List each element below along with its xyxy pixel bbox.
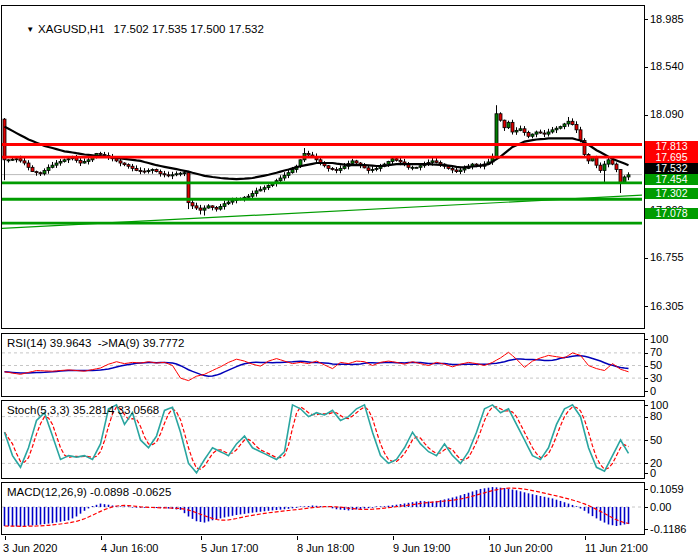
macd-tick-label: -0.1186: [650, 524, 687, 535]
time-axis-tick: [297, 536, 298, 540]
time-axis-tick: [5, 536, 6, 540]
time-axis-tick: [489, 536, 490, 540]
time-axis-tick: [585, 536, 586, 540]
price-level-badge: 17.078: [645, 208, 698, 219]
time-axis-label: 11 Jun 21:00: [585, 543, 648, 554]
price-tick-label: 18.985: [650, 14, 684, 25]
stochastic-panel: Stoch(5,3,3) 35.2814 33.0568: [1, 400, 645, 479]
price-level-badge: 17.695: [645, 152, 698, 163]
price-tick-label: 16.755: [650, 252, 684, 263]
price-tick-label: 17.200: [650, 205, 684, 216]
time-axis-tick: [101, 536, 102, 540]
price-tick-label: 16.305: [650, 301, 684, 312]
time-axis-tick: [201, 536, 202, 540]
terminal-window: ▼XAGUSD,H117.502 17.535 17.500 17.532 RS…: [0, 0, 700, 560]
chart-ohlc-values: 17.502 17.535 17.500 17.532: [114, 23, 264, 35]
price-level-badge: 17.532: [645, 163, 698, 174]
stochastic-title: Stoch(5,3,3) 35.2814 33.0568: [7, 404, 159, 416]
symbol-dropdown-icon[interactable]: ▼: [26, 25, 34, 34]
chart-title: ▼XAGUSD,H117.502 17.535 17.500 17.532: [7, 11, 264, 47]
time-axis-label: 10 Jun 20:00: [489, 543, 553, 554]
rsi-tick-label: 100: [650, 334, 668, 345]
stoch-tick-label: 50: [650, 435, 662, 446]
stoch-tick-label: 20: [650, 458, 662, 469]
price-tick-label: 18.540: [650, 61, 684, 72]
main-chart-canvas[interactable]: [2, 6, 642, 326]
macd-title: MACD(12,26,9) -0.0898 -0.0625: [7, 486, 171, 498]
stoch-tick-label: 0: [650, 468, 656, 479]
chart-symbol: XAGUSD,H1: [38, 23, 104, 35]
price-level-badge: 17.454: [645, 174, 698, 185]
rsi-tick-label: 0: [650, 386, 656, 397]
macd-tick-label: 0.1059: [650, 484, 684, 495]
rsi-tick-label: 70: [650, 347, 662, 358]
time-axis-label: 4 Jun 16:00: [101, 543, 159, 554]
price-tick-label: 18.090: [650, 109, 684, 120]
time-axis-label: 5 Jun 17:00: [201, 543, 259, 554]
macd-panel: MACD(12,26,9) -0.0898 -0.0625: [1, 482, 645, 535]
time-axis-label: 3 Jun 2020: [3, 543, 57, 554]
rsi-tick-label: 50: [650, 360, 662, 371]
time-axis-tick: [393, 536, 394, 540]
price-level-badge: 17.813: [645, 141, 698, 152]
main-chart-panel: ▼XAGUSD,H117.502 17.535 17.500 17.532: [1, 5, 645, 329]
time-axis-label: 9 Jun 19:00: [393, 543, 451, 554]
stoch-tick-label: 100: [650, 400, 668, 411]
rsi-tick-label: 30: [650, 373, 662, 384]
rsi-title: RSI(14) 39.9643 ->MA(9) 39.7772: [7, 337, 184, 349]
rsi-panel: RSI(14) 39.9643 ->MA(9) 39.7772: [1, 333, 645, 397]
time-axis-label: 8 Jun 18:00: [297, 543, 355, 554]
price-tick-label: 17.645: [650, 157, 684, 168]
macd-tick-label: 0.00: [650, 502, 671, 513]
stoch-tick-label: 80: [650, 411, 662, 422]
price-level-badge: 17.302: [645, 188, 698, 199]
